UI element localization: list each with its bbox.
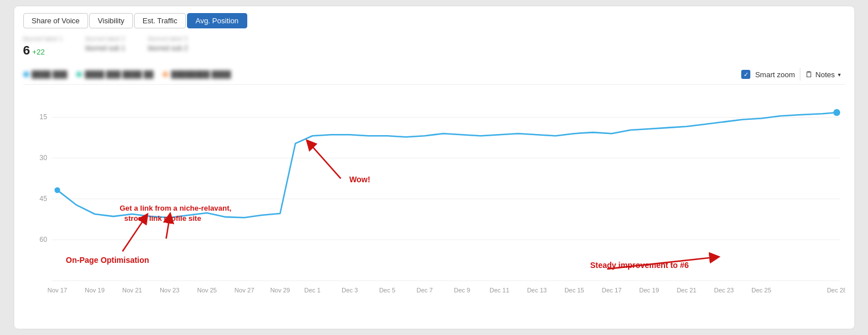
svg-text:Steady improvement to #6: Steady improvement to #6 bbox=[590, 260, 689, 269]
svg-text:Dec 1: Dec 1 bbox=[304, 287, 321, 294]
tab-visibility[interactable]: Visibility bbox=[89, 13, 133, 28]
legend-item-3: ████████ ████ bbox=[163, 70, 231, 78]
svg-text:Dec 19: Dec 19 bbox=[639, 287, 659, 294]
main-stat-value: 6 bbox=[23, 43, 30, 58]
svg-text:Nov 23: Nov 23 bbox=[159, 287, 179, 294]
main-stat-block: blurred label 1 6 +22 bbox=[23, 35, 63, 58]
svg-point-9 bbox=[54, 187, 60, 193]
main-card: Share of Voice Visibility Est. Traffic A… bbox=[14, 6, 855, 329]
secondary-stat-block-1: blurred label 2 blurred sub 1 bbox=[85, 35, 125, 52]
tab-bar: Share of Voice Visibility Est. Traffic A… bbox=[23, 13, 845, 28]
smart-zoom-area: Smart zoom 🗒 Notes ▾ bbox=[741, 68, 845, 81]
notes-chevron-icon: ▾ bbox=[838, 72, 841, 78]
tab-avg-position[interactable]: Avg. Position bbox=[187, 13, 247, 28]
legend-area: ████ ███ ████ ███ ████ ██ ████████ ████ … bbox=[23, 68, 845, 85]
svg-text:Wow!: Wow! bbox=[349, 175, 370, 184]
svg-text:Dec 23: Dec 23 bbox=[714, 287, 734, 294]
svg-text:Nov 19: Nov 19 bbox=[85, 287, 105, 294]
svg-point-10 bbox=[833, 109, 840, 116]
tab-est-traffic[interactable]: Est. Traffic bbox=[134, 13, 186, 28]
notes-icon: 🗒 bbox=[805, 70, 813, 79]
stat-label-3: blurred label 3 bbox=[148, 35, 188, 42]
smart-zoom-label: Smart zoom bbox=[755, 70, 795, 79]
chart-container: 15 30 45 60 Nov 17 Nov 19 Nov 21 Nov 23 … bbox=[23, 88, 845, 298]
notes-label: Notes bbox=[816, 70, 835, 79]
svg-text:Dec 17: Dec 17 bbox=[601, 287, 621, 294]
tab-share-of-voice[interactable]: Share of Voice bbox=[23, 13, 89, 28]
svg-text:Nov 27: Nov 27 bbox=[234, 287, 254, 294]
svg-text:Get a link from a niche-relava: Get a link from a niche-relavant, bbox=[119, 204, 231, 212]
svg-text:Dec 3: Dec 3 bbox=[342, 287, 358, 294]
svg-text:30: 30 bbox=[39, 154, 47, 162]
svg-text:On-Page Optimisation: On-Page Optimisation bbox=[65, 256, 148, 265]
legend-item-2: ████ ███ ████ ██ bbox=[76, 70, 153, 78]
stats-area: blurred label 1 6 +22 blurred label 2 bl… bbox=[23, 35, 845, 62]
svg-text:60: 60 bbox=[39, 236, 47, 244]
secondary-stat-block-2: blurred label 3 blurred sub 2 bbox=[148, 35, 188, 52]
svg-text:Nov 25: Nov 25 bbox=[197, 287, 217, 294]
stat-sub-2: blurred sub 2 bbox=[148, 44, 188, 52]
svg-text:Dec 21: Dec 21 bbox=[676, 287, 696, 294]
main-stat-change: +22 bbox=[32, 48, 45, 56]
svg-text:Dec 7: Dec 7 bbox=[416, 287, 433, 294]
stat-label-2: blurred label 2 bbox=[85, 35, 125, 42]
svg-text:Nov 21: Nov 21 bbox=[122, 287, 142, 294]
svg-text:45: 45 bbox=[39, 195, 47, 203]
svg-text:Dec 5: Dec 5 bbox=[379, 287, 395, 294]
svg-text:Dec 9: Dec 9 bbox=[454, 287, 470, 294]
notes-button[interactable]: 🗒 Notes ▾ bbox=[800, 68, 845, 81]
chart-svg: 15 30 45 60 Nov 17 Nov 19 Nov 21 Nov 23 … bbox=[23, 88, 845, 298]
svg-text:Dec 13: Dec 13 bbox=[527, 287, 547, 294]
legend-item-1: ████ ███ bbox=[23, 70, 68, 78]
svg-text:Dec 28: Dec 28 bbox=[827, 287, 845, 294]
svg-line-37 bbox=[309, 144, 340, 179]
svg-text:Dec 11: Dec 11 bbox=[489, 287, 509, 294]
stat-sub-1: blurred sub 1 bbox=[85, 44, 125, 52]
svg-text:strong link profile site: strong link profile site bbox=[124, 214, 201, 223]
svg-text:Dec 15: Dec 15 bbox=[564, 287, 584, 294]
svg-text:15: 15 bbox=[39, 113, 47, 121]
stat-label-1: blurred label 1 bbox=[23, 35, 63, 42]
svg-text:Nov 29: Nov 29 bbox=[270, 287, 290, 294]
svg-text:Dec 25: Dec 25 bbox=[751, 287, 771, 294]
smart-zoom-checkbox[interactable] bbox=[741, 70, 750, 79]
svg-text:Nov 17: Nov 17 bbox=[47, 287, 67, 294]
